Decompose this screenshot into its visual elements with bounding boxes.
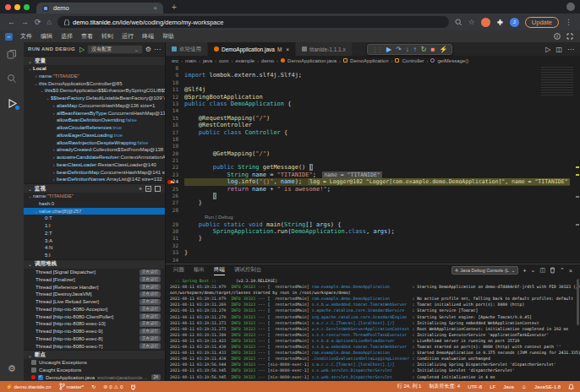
split-editor-icon[interactable]: ◫ [555, 46, 562, 53]
code-line[interactable]: 21 [166, 157, 580, 164]
tree-item[interactable]: allowBeanDefinitionOverriding: false [24, 117, 165, 124]
line-number[interactable]: 18 [166, 136, 184, 143]
maximize-window-button[interactable] [24, 4, 30, 10]
thread-row[interactable]: Thread [http-nio-8080-ClientPoller]正在运行 [24, 313, 165, 320]
tree-item[interactable]: ›alreadyCreated: Collections$SetFromMap@… [24, 146, 165, 154]
kill-terminal-icon[interactable] [550, 267, 555, 274]
start-debug-button[interactable]: ▷ [79, 46, 85, 53]
line-number[interactable]: 21 [166, 157, 184, 164]
run-and-debug-icon[interactable] [6, 97, 18, 109]
breakpoint-checkbox[interactable] [31, 360, 36, 365]
tree-item[interactable]: ›beanDefinitionMap: ConcurrentHashMap@14… [24, 169, 165, 177]
hot-code-replace-icon[interactable]: ⚡ [439, 46, 447, 53]
code-line[interactable]: 26 } [166, 193, 580, 199]
line-number[interactable]: 16 [166, 122, 184, 128]
thread-row[interactable]: Thread [Reference Handler]正在运行 [24, 283, 165, 291]
code-editor[interactable]: 89import lombok.extern.slf4j.Slf4j;1011@… [166, 65, 580, 264]
line-number[interactable]: 12 [166, 94, 184, 101]
tree-item[interactable]: allowCircularReferences: true [24, 124, 165, 132]
feedback-smiley-icon[interactable]: ☺ [522, 384, 527, 389]
panel-tab-终端[interactable]: 终端 [214, 266, 225, 275]
new-tab-button[interactable]: + [172, 3, 177, 12]
menu-查看[interactable]: 查看 [77, 33, 97, 39]
info-circle-icon[interactable] [554, 33, 561, 40]
tree-item[interactable]: 5: I [24, 252, 165, 259]
thread-row[interactable]: Thread [Finalizer]正在运行 [24, 276, 165, 284]
code-line[interactable]: 34 [166, 257, 580, 264]
code-line[interactable]: 15 @RequestMapping("/") [166, 115, 580, 122]
notifications-bell-icon[interactable] [568, 384, 574, 390]
thread-row[interactable]: Thread [http-nio-8080-exec-10]正在运行 [24, 320, 165, 328]
run-file-icon[interactable]: ▷ [545, 46, 550, 53]
thread-row[interactable]: Thread [DestroyJavaVM]正在运行 [24, 291, 165, 298]
browser-menu-icon[interactable]: ⋮ [565, 19, 572, 26]
line-number[interactable]: 9 [166, 72, 184, 79]
drag-handle[interactable]: ⋮⋮ [372, 46, 382, 52]
stop-button[interactable]: ■ [431, 46, 435, 53]
menu-帮助[interactable]: 帮助 [158, 33, 178, 39]
code-line[interactable]: 11@Slf4j [166, 86, 580, 93]
thread-row[interactable]: Thread [Live Reload Server]正在运行 [24, 298, 165, 306]
code-line[interactable]: 9import lombok.extern.slf4j.Slf4j; [166, 72, 580, 79]
tree-item[interactable]: 3: A [24, 237, 165, 245]
line-number[interactable]: 32 [166, 242, 184, 249]
code-line[interactable]: 28 [166, 207, 580, 214]
tree-item[interactable]: ⌄this: DemoApplication$Controller@85 [24, 80, 165, 88]
panel-tab-问题[interactable]: 问题 [173, 266, 184, 275]
breadcrumb-item[interactable]: main [185, 58, 196, 63]
profile-avatar[interactable]: J [510, 18, 519, 27]
breadcrumb-item[interactable]: com [219, 58, 228, 63]
breadcrumb-item[interactable]: getMessage() [437, 58, 468, 63]
line-number[interactable]: 10 [166, 79, 184, 86]
tree-item[interactable]: ›allBeanNamesByType: ConcurrentHashMap@1… [24, 110, 165, 117]
thread-row[interactable]: Thread [http-nio-8080-exec-9]正在运行 [24, 328, 165, 335]
line-number[interactable]: 26 [166, 193, 184, 199]
tree-item[interactable]: ›name: "TITANIDE" [24, 73, 165, 80]
breadcrumb-item[interactable]: java [203, 58, 212, 63]
code-line[interactable]: 18 [166, 136, 580, 143]
line-number[interactable]: 20 [166, 150, 184, 157]
code-line[interactable]: 32 [166, 242, 580, 249]
code-line[interactable]: 13public class DemoApplication { [166, 101, 580, 107]
browser-tab[interactable]: demo × [36, 3, 163, 14]
panel-tab-输出[interactable]: 输出 [194, 266, 205, 275]
tree-item[interactable]: ⌄value: char[8]@257 [24, 208, 165, 215]
line-number[interactable]: 19 [166, 143, 184, 150]
line-number[interactable]: 22 [166, 164, 184, 171]
tree-item[interactable]: ⌄name: "TITANIDE" [24, 193, 165, 200]
restart-button[interactable]: ↻ [421, 46, 427, 53]
new-terminal-icon[interactable]: + [523, 268, 526, 274]
breadcrumb-item[interactable]: demo [261, 58, 274, 63]
line-number[interactable]: 25 [166, 186, 184, 193]
reload-button[interactable]: ⟳ [35, 19, 41, 26]
breadcrumb-item[interactable]: Controller [402, 58, 424, 63]
indentation[interactable]: 制表符长度: 4 [429, 383, 460, 390]
callstack-section-header[interactable]: ⌄ 调用堆栈 [24, 259, 165, 269]
menu-编辑[interactable]: 编辑 [36, 33, 57, 39]
forward-button[interactable]: → [21, 19, 29, 26]
zoom-icon[interactable] [455, 19, 462, 26]
line-number[interactable]: 29 [166, 221, 184, 228]
problems-indicator[interactable]: ⊘ 0 ⚠ 0 [103, 384, 123, 389]
line-number[interactable]: 33 [166, 249, 184, 256]
line-number[interactable]: 8 [166, 65, 184, 72]
breakpoints-section-header[interactable]: ⌄ 断点 [24, 350, 165, 359]
step-over-button[interactable]: ↷ [396, 46, 402, 53]
line-number[interactable]: 34 [166, 257, 184, 264]
step-out-button[interactable]: ↑ [413, 46, 417, 53]
eol[interactable]: LF [490, 384, 495, 389]
back-button[interactable]: ← [8, 19, 15, 26]
code-line[interactable]: 12@SpringBootApplication [166, 94, 580, 101]
code-line[interactable]: 25 return name + " is awesome!"; [166, 186, 580, 193]
thread-row[interactable]: Thread [http-nio-8080-exec-7]正在运行 [24, 342, 165, 350]
tree-item[interactable]: allowRawInjectionDespiteWrapping: false [24, 139, 165, 147]
panel-tab-调试控制台[interactable]: 调试控制台 [234, 266, 262, 275]
tree-item[interactable]: ›aliasMap: ConcurrentHashMap@136 size=1 [24, 102, 165, 110]
code-line[interactable]: 23 String name = "TITANIDE"; name = "TIT… [166, 172, 580, 178]
code-line[interactable]: 17 public class Controller { [166, 129, 580, 136]
tree-item[interactable]: ›autowireCandidateResolver: ContextAnnot… [24, 154, 165, 161]
git-branch[interactable]: master* [59, 383, 85, 390]
toggle-layout-icon[interactable] [566, 33, 573, 40]
breadcrumb-item[interactable]: src [172, 58, 178, 63]
editor-tab-DemoApplication.java[interactable]: DemoApplication.javaM× [208, 42, 296, 56]
